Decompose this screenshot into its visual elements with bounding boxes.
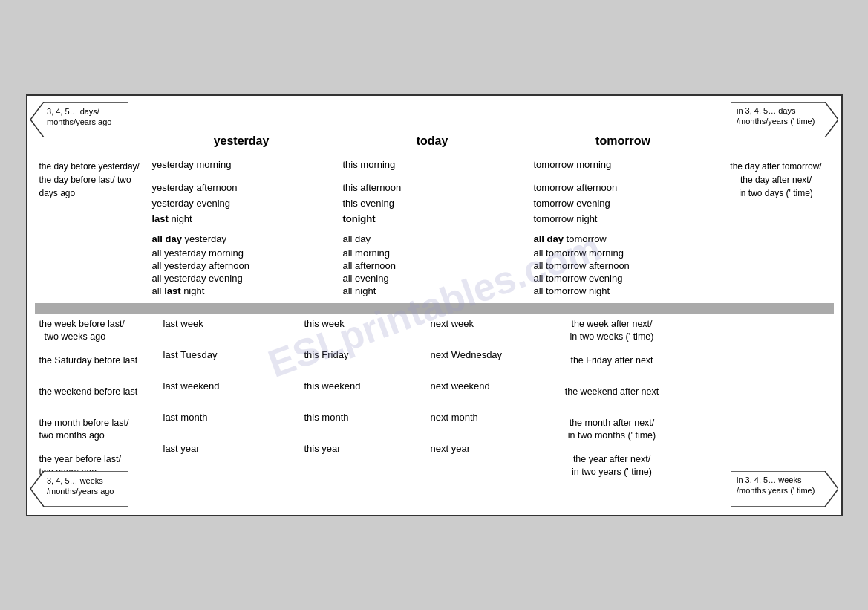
today-header: today — [337, 132, 528, 154]
far-future-week: the week after next/in two weeks (' time… — [555, 318, 669, 344]
svg-text:/months years (' time): /months years (' time) — [737, 486, 815, 495]
yesterday-all-morning: all yesterday morning — [152, 247, 331, 259]
tomorrow-all-morning: all tomorrow morning — [534, 247, 713, 259]
far-future-year: the year after next/in two years (' time… — [555, 453, 669, 479]
far-future-weekend: the weekend after next — [555, 386, 669, 406]
last-tuesday: last Tuesday — [163, 349, 293, 370]
far-past-month: the month before last/two months ago — [39, 417, 153, 443]
this-friday: this Friday — [304, 349, 419, 370]
top-left-label: the day before yesterday/ the day before… — [35, 157, 146, 203]
next-month: next month — [431, 412, 545, 432]
yesterday-header: yesterday — [146, 132, 337, 154]
svg-text:in 3, 4, 5… weeks: in 3, 4, 5… weeks — [737, 476, 802, 484]
top-right-tab: in 3, 4, 5… days /months/years (' time) — [731, 102, 838, 137]
tomorrow-header: tomorrow — [528, 132, 719, 154]
svg-text:3, 4, 5… weeks: 3, 4, 5… weeks — [47, 476, 103, 485]
yesterday-evening: yesterday evening — [152, 195, 331, 211]
yesterday-column: yesterday morning yesterday afternoon ye… — [146, 157, 337, 297]
next-week: next week — [431, 318, 545, 339]
last-month: last month — [163, 412, 293, 432]
bottom-left-tab: 3, 4, 5… weeks /months/years ago — [30, 471, 128, 507]
yesterday-morning: yesterday morning — [152, 157, 331, 172]
top-right-label: the day after tomorrow/the day after nex… — [719, 157, 834, 203]
this-morning: this morning — [343, 157, 522, 172]
this-year: this year — [304, 443, 419, 464]
far-future-month: the month after next/in two months (' ti… — [555, 417, 669, 443]
svg-text:/months/years (' time): /months/years (' time) — [737, 117, 815, 126]
bottom-right-tab: in 3, 4, 5… weeks /months years (' time) — [731, 471, 838, 507]
today-column: this morning this afternoon this evening… — [337, 157, 528, 297]
last-year: last year — [163, 443, 293, 464]
bottom-section: the week before last/ two weeks ago the … — [35, 318, 834, 479]
all-night: all night — [343, 285, 522, 297]
next-year: next year — [431, 443, 545, 464]
divider — [35, 303, 834, 314]
this-month: this month — [304, 412, 419, 432]
tomorrow-all-afternoon: all tomorrow afternoon — [534, 259, 713, 272]
top-left-tab: 3, 4, 5… days/ months/years ago — [30, 102, 128, 137]
svg-text:in 3, 4, 5… days: in 3, 4, 5… days — [737, 106, 796, 115]
this-week: this week — [304, 318, 419, 339]
all-afternoon: all afternoon — [343, 259, 522, 272]
tomorrow-all-day: all day tomorrow — [534, 231, 713, 247]
all-evening: all evening — [343, 272, 522, 285]
far-future-friday: the Friday after next — [555, 354, 669, 375]
last-weekend: last weekend — [163, 380, 293, 401]
top-section: yesterday today tomorrow — [35, 132, 834, 154]
page-wrapper: ESLprintables.com 3, 4, 5… days/ months/… — [26, 94, 843, 516]
yesterday-all-last-night: all last night — [152, 285, 331, 297]
this-evening: this evening — [343, 195, 522, 211]
yesterday-all-day: all day yesterday — [152, 231, 331, 247]
svg-text:/months/years ago: /months/years ago — [47, 487, 114, 496]
yesterday-all-evening: all yesterday evening — [152, 272, 331, 285]
past-column: last week last Tuesday last weekend last… — [157, 318, 298, 464]
tonight: tonight — [343, 211, 522, 227]
far-past-column: the week before last/ two weeks ago the … — [35, 318, 157, 479]
present-column: this week this Friday this weekend this … — [298, 318, 425, 464]
next-weekend: next weekend — [431, 380, 545, 401]
tomorrow-morning: tomorrow morning — [534, 157, 713, 172]
all-morning: all morning — [343, 247, 522, 259]
tomorrow-all-evening: all tomorrow evening — [534, 272, 713, 285]
far-past-saturday: the Saturday before last — [39, 354, 153, 375]
future-column: next week next Wednesday next weekend ne… — [425, 318, 551, 464]
far-past-weekend: the weekend before last — [39, 386, 153, 406]
yesterday-last-night: last night — [152, 211, 331, 227]
tomorrow-afternoon: tomorrow afternoon — [534, 180, 713, 195]
last-week: last week — [163, 318, 293, 339]
tomorrow-evening: tomorrow evening — [534, 195, 713, 211]
tomorrow-column: tomorrow morning tomorrow afternoon tomo… — [528, 157, 719, 297]
far-past-week: the week before last/ two weeks ago — [39, 318, 153, 344]
this-weekend: this weekend — [304, 380, 419, 401]
svg-text:months/years ago: months/years ago — [47, 117, 111, 126]
next-wednesday: next Wednesday — [431, 349, 545, 370]
all-day: all day — [343, 231, 522, 247]
yesterday-afternoon: yesterday afternoon — [152, 180, 331, 195]
yesterday-all-afternoon: all yesterday afternoon — [152, 259, 331, 272]
tomorrow-all-night: all tomorrow night — [534, 285, 713, 297]
top-content: the day before yesterday/ the day before… — [35, 157, 834, 297]
this-afternoon: this afternoon — [343, 180, 522, 195]
far-future-column: the week after next/in two weeks (' time… — [551, 318, 673, 479]
svg-text:3, 4, 5… days/: 3, 4, 5… days/ — [47, 107, 100, 116]
tomorrow-night: tomorrow night — [534, 211, 713, 227]
